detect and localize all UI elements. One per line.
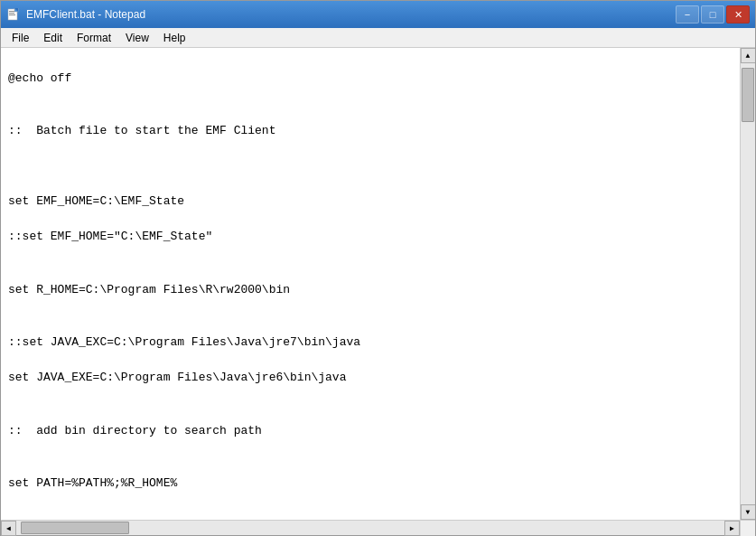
line-3: :: Batch file to start the EMF Client [8,122,733,140]
horizontal-scrollbar-container: ◀ ▶ [1,520,755,535]
scroll-right-button[interactable]: ▶ [724,521,740,536]
scroll-up-button[interactable]: ▲ [741,48,756,63]
svg-rect-3 [9,14,15,15]
menu-bar: File Edit Format View Help [1,28,755,48]
window-title: EMFClient.bat - Notepad [26,8,676,21]
close-button[interactable]: ✕ [726,5,750,24]
line-14: :: add bin directory to search path [8,422,733,440]
scroll-thumb-h[interactable] [21,522,129,534]
text-display: @echo off :: Batch file to start the EMF… [1,48,740,520]
line-7: ::set EMF_HOME="C:\EMF_State" [8,228,733,246]
line-11: ::set JAVA_EXC=C:\Program Files\Java\jre… [8,334,733,352]
menu-file[interactable]: File [5,30,36,46]
scroll-track-v[interactable] [741,63,755,504]
line-6: set EMF_HOME=C:\EMF_State [8,193,733,211]
line-1: @echo off [8,70,733,88]
svg-rect-2 [9,13,14,14]
notepad-window: EMFClient.bat - Notepad − □ ✕ File Edit … [0,0,756,536]
menu-format[interactable]: Format [70,30,118,46]
line-16: set PATH=%PATH%;%R_HOME% [8,475,733,493]
menu-edit[interactable]: Edit [36,30,70,46]
scrollbar-corner [740,521,755,536]
maximize-button[interactable]: □ [701,5,724,24]
window-controls: − □ ✕ [676,5,750,24]
menu-view[interactable]: View [118,30,156,46]
content-area: @echo off :: Batch file to start the EMF… [1,48,755,520]
menu-help[interactable]: Help [156,30,193,46]
minimize-button[interactable]: − [676,5,699,24]
app-icon [6,7,21,22]
vertical-scrollbar[interactable]: ▲ ▼ [740,48,755,520]
title-bar: EMFClient.bat - Notepad − □ ✕ [1,1,755,28]
scroll-down-button[interactable]: ▼ [741,504,756,520]
scroll-track-h[interactable] [16,521,724,535]
scroll-thumb-v[interactable] [742,68,754,122]
line-9: set R_HOME=C:\Program Files\R\rw2000\bin [8,281,733,299]
text-editor[interactable]: @echo off :: Batch file to start the EMF… [1,48,740,520]
line-12: set JAVA_EXE=C:\Program Files\Java\jre6\… [8,369,733,387]
scroll-left-button[interactable]: ◀ [1,521,16,536]
